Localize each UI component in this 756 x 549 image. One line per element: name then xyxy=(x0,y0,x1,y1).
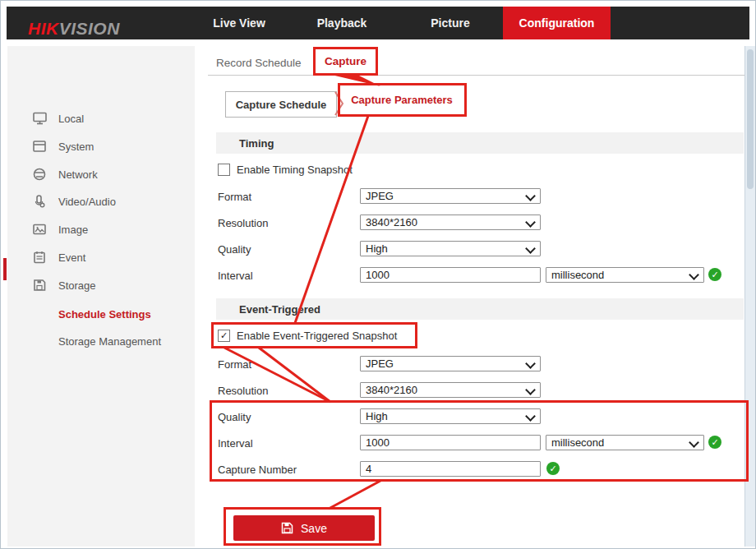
storage-disk-icon xyxy=(32,278,47,293)
enable-event-triggered-row: ✓ Enable Event-Triggered Snapshot xyxy=(218,330,397,342)
sidebar-item-schedule-settings[interactable]: Schedule Settings xyxy=(7,301,195,327)
event-interval-label: Interval xyxy=(218,437,253,450)
sidebar-item-label: Storage xyxy=(58,279,96,292)
vertical-scrollbar[interactable] xyxy=(744,46,755,547)
nav-configuration[interactable]: Configuration xyxy=(503,7,611,39)
sidebar-item-label: Schedule Settings xyxy=(58,308,151,321)
microphone-icon xyxy=(32,194,47,209)
subtab-capture-schedule[interactable]: Capture Schedule xyxy=(225,91,337,118)
timing-resolution-label: Resolution xyxy=(218,217,268,229)
save-icon xyxy=(281,522,293,534)
window-icon xyxy=(32,139,47,154)
sidebar-item-label: Image xyxy=(58,224,88,236)
chevron-down-icon xyxy=(689,437,699,448)
chevron-down-icon xyxy=(525,385,536,395)
timing-interval-unit-select[interactable]: millisecond xyxy=(546,267,704,283)
sidebar-item-video-audio[interactable]: Video/Audio xyxy=(7,188,195,215)
enable-timing-snapshot-checkbox[interactable] xyxy=(218,164,230,176)
timing-quality-select[interactable]: High xyxy=(360,241,541,256)
nav-playback[interactable]: Playback xyxy=(307,7,376,39)
sidebar-item-system[interactable]: System xyxy=(7,133,195,159)
sidebar-item-storage[interactable]: Storage xyxy=(7,272,195,298)
enable-timing-snapshot-row: Enable Timing Snapshot xyxy=(218,164,353,176)
timing-section-header: Timing xyxy=(216,132,744,154)
sidebar-item-event[interactable]: Event xyxy=(7,244,195,270)
valid-check-icon: ✓ xyxy=(708,436,721,449)
tab-record-schedule[interactable]: Record Schedule xyxy=(216,57,302,69)
event-interval-unit-select[interactable]: millisecond xyxy=(546,435,704,450)
timing-resolution-value: 3840*2160 xyxy=(366,216,417,229)
hikvision-logo: HIKVISION xyxy=(28,19,120,39)
sidebar-item-label: Event xyxy=(58,251,85,264)
enable-event-triggered-checkbox[interactable]: ✓ xyxy=(218,330,230,342)
event-format-label: Format xyxy=(218,358,251,371)
timing-interval-unit-value: millisecond xyxy=(551,269,604,282)
capture-number-input[interactable] xyxy=(360,461,541,477)
globe-icon xyxy=(32,167,47,182)
event-interval-input[interactable] xyxy=(360,435,541,450)
top-navbar: HIKVISION xyxy=(7,7,749,39)
sidebar-item-label: Local xyxy=(58,113,84,125)
sidebar: Local System Network Video/Audio Image xyxy=(7,46,195,547)
event-quality-select[interactable]: High xyxy=(360,408,541,424)
event-resolution-label: Resolution xyxy=(218,385,268,397)
sidebar-item-label: Storage Management xyxy=(58,335,161,348)
subtab-capture-parameters[interactable]: Capture Parameters xyxy=(340,85,463,115)
event-quality-value: High xyxy=(366,410,388,423)
sidebar-item-image[interactable]: Image xyxy=(7,216,195,242)
logo-hik: HIK xyxy=(28,19,59,38)
monitor-icon xyxy=(32,111,47,126)
sidebar-item-label: Network xyxy=(58,168,98,181)
nav-live-view[interactable]: Live View xyxy=(205,7,274,39)
save-button-label: Save xyxy=(301,522,327,535)
sidebar-item-network[interactable]: Network xyxy=(7,161,195,187)
chevron-down-icon xyxy=(525,217,536,228)
timing-format-value: JPEG xyxy=(366,190,394,203)
hikvision-configuration-page: HIKVISION Live View Playback Picture Con… xyxy=(0,0,756,549)
logo-vision: VISION xyxy=(59,19,120,38)
tab-capture[interactable]: Capture xyxy=(316,49,376,73)
event-triggered-section-header: Event-Triggered xyxy=(216,298,744,320)
event-interval-unit-value: millisecond xyxy=(551,436,604,450)
enable-event-triggered-label: Enable Event-Triggered Snapshot xyxy=(237,330,397,342)
chevron-down-icon xyxy=(525,243,536,254)
scrollbar-thumb[interactable] xyxy=(747,49,754,189)
timing-interval-label: Interval xyxy=(218,270,253,282)
sidebar-item-local[interactable]: Local xyxy=(7,105,195,131)
event-resolution-select[interactable]: 3840*2160 xyxy=(360,382,541,398)
event-resolution-value: 3840*2160 xyxy=(366,384,417,397)
chevron-down-icon xyxy=(525,191,536,201)
chevron-down-icon xyxy=(525,358,536,369)
nav-picture[interactable]: Picture xyxy=(418,7,482,39)
valid-check-icon: ✓ xyxy=(708,268,721,281)
timing-quality-label: Quality xyxy=(218,243,251,256)
timing-interval-input[interactable] xyxy=(360,267,541,283)
sidebar-item-storage-management[interactable]: Storage Management xyxy=(7,328,195,354)
timing-format-select[interactable]: JPEG xyxy=(360,188,541,204)
event-quality-label: Quality xyxy=(218,411,251,423)
chevron-down-icon xyxy=(689,270,699,280)
tabs-divider xyxy=(208,75,745,76)
timing-resolution-select[interactable]: 3840*2160 xyxy=(360,215,541,230)
chevron-down-icon xyxy=(525,411,536,422)
image-icon xyxy=(32,222,47,237)
timing-quality-value: High xyxy=(366,242,388,256)
event-format-value: JPEG xyxy=(366,358,394,371)
event-icon xyxy=(32,250,47,265)
sidebar-item-label: System xyxy=(58,141,94,153)
save-button[interactable]: Save xyxy=(233,515,375,541)
active-item-indicator xyxy=(3,258,7,280)
timing-format-label: Format xyxy=(218,191,251,203)
valid-check-icon: ✓ xyxy=(546,462,560,475)
event-format-select[interactable]: JPEG xyxy=(360,356,541,371)
enable-timing-snapshot-label: Enable Timing Snapshot xyxy=(237,164,353,176)
capture-number-label: Capture Number xyxy=(218,464,297,476)
sidebar-item-label: Video/Audio xyxy=(58,196,116,208)
